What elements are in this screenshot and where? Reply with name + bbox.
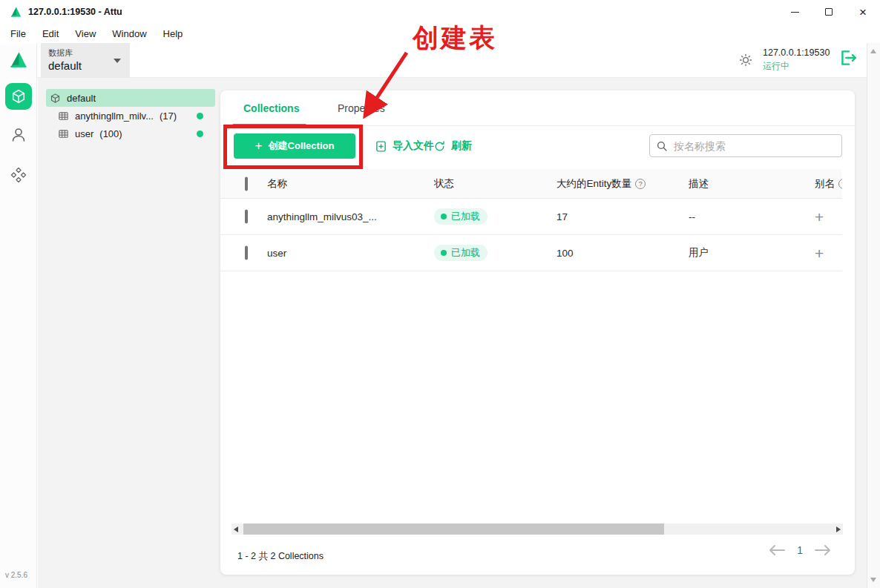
tab-bar: Collections Properties [220,90,855,126]
table-grid-icon [58,110,69,122]
import-file-label: 导入文件 [393,139,434,153]
database-selector-label: 数据库 [48,47,122,59]
row-checkbox[interactable] [245,246,248,260]
table-row[interactable]: anythingllm_milvus03_... 已加载 17 -- + [220,199,842,235]
tab-collections[interactable]: Collections [243,90,299,126]
row-checkbox[interactable] [245,210,248,224]
refresh-button[interactable]: 刷新 [433,138,472,154]
collection-name[interactable]: anythingllm_milvus03_... [267,211,377,222]
scroll-down-icon[interactable] [870,578,876,582]
nav-databases-active[interactable] [5,83,32,110]
scrollbar-track[interactable] [240,523,834,535]
import-file-icon [375,140,387,153]
question-icon: ? [635,179,646,189]
connection-info: 127.0.0.1:19530 运行中 [763,47,830,72]
search-icon [656,140,668,152]
tree-collection-name: anythingllm_milv... [75,110,154,122]
col-header-name[interactable]: 名称 [267,177,287,191]
minimize-button[interactable] [778,0,812,24]
menu-help[interactable]: Help [155,26,191,42]
nav-system[interactable] [10,166,27,184]
maximize-icon [825,8,833,16]
app-version: v 2.5.6 [5,571,27,579]
tree-item-collection-user[interactable]: user (100) [58,125,215,142]
question-icon: ? [838,179,842,189]
add-alias-icon[interactable]: + [815,245,824,262]
attu-window: 127.0.0.1:19530 - Attu × File Edit View … [0,0,880,588]
attu-sidebar-logo-icon [7,50,30,71]
col-header-entity-count[interactable]: 大约的Entity数量 ? [556,177,646,191]
menu-window[interactable]: Window [104,26,154,42]
attu-logo-icon [10,6,22,19]
close-button[interactable]: × [846,0,880,24]
tree-item-database-default[interactable]: default [46,89,215,107]
collection-name[interactable]: user [267,248,286,259]
next-page-icon[interactable] [815,544,831,556]
close-icon: × [859,6,867,19]
pagination-summary: 1 - 2 共 2 Collections [237,550,324,563]
collection-description: -- [689,211,695,222]
database-selector-value: default [48,59,122,72]
status-badge: 已加载 [434,245,487,261]
table-header-row: 名称 状态 大约的Entity数量 ? 描述 别名 ? [220,169,842,199]
maximize-button[interactable] [812,0,846,24]
cube-icon [10,88,27,105]
loaded-dot-icon [441,250,447,256]
window-title: 127.0.0.1:19530 - Attu [28,7,122,17]
database-selector[interactable]: 数据库 default [41,43,130,78]
connection-address: 127.0.0.1:19530 [763,47,830,59]
horizontal-scrollbar[interactable] [232,523,843,535]
disconnect-button[interactable] [838,48,858,69]
entity-count: 100 [556,248,574,259]
add-alias-icon[interactable]: + [815,208,824,225]
menu-view[interactable]: View [67,26,104,42]
connection-status: 运行中 [763,61,830,72]
theme-toggle-button[interactable] [738,53,753,67]
tree-collection-count: (100) [99,128,122,139]
chevron-down-icon [114,59,121,63]
menu-edit[interactable]: Edit [34,26,67,42]
nav-users[interactable] [10,126,27,144]
col-header-description[interactable]: 描述 [689,177,709,191]
cube-icon [50,93,61,104]
pagination-controls: 1 [769,544,831,556]
col-header-status[interactable]: 状态 [434,177,454,191]
window-vertical-scrollbar[interactable] [867,43,880,588]
scroll-left-icon[interactable] [232,526,240,532]
col-header-alias[interactable]: 别名 ? [815,177,842,191]
sun-icon [738,53,753,67]
loaded-dot-icon [197,131,203,137]
annotation-label: 创建表 [413,21,497,56]
annotation-arrow-icon [355,43,421,125]
import-file-button[interactable]: 导入文件 [375,138,434,154]
menu-file[interactable]: File [2,26,34,42]
diamonds-icon [10,166,27,184]
prev-page-icon[interactable] [769,544,785,556]
status-badge: 已加载 [434,208,487,225]
select-all-checkbox[interactable] [245,176,248,191]
refresh-label: 刷新 [451,139,472,153]
scroll-right-icon[interactable] [834,526,843,532]
collection-search[interactable] [649,134,842,157]
table-row[interactable]: user 已加载 100 用户 + [220,235,842,271]
tree-collection-name: user [75,128,93,139]
tree-item-collection-anythingllm[interactable]: anythingllm_milv... (17) [58,108,215,124]
current-page: 1 [797,544,803,556]
loaded-dot-icon [197,113,203,119]
collection-description: 用户 [689,246,709,260]
minimize-icon [791,12,799,13]
entity-count: 17 [556,211,568,222]
nav-sidebar: v 2.5.6 [0,43,37,588]
tree-database-label: default [67,93,96,104]
refresh-icon [433,140,446,153]
user-icon [10,126,27,144]
tree-collection-count: (17) [160,110,177,122]
scrollbar-thumb[interactable] [243,523,664,535]
logout-icon [838,48,858,67]
table-grid-icon [58,128,69,139]
scroll-up-icon[interactable] [870,49,876,53]
loaded-dot-icon [441,214,447,219]
annotation-highlight-box [223,125,363,169]
search-input[interactable] [674,140,835,152]
